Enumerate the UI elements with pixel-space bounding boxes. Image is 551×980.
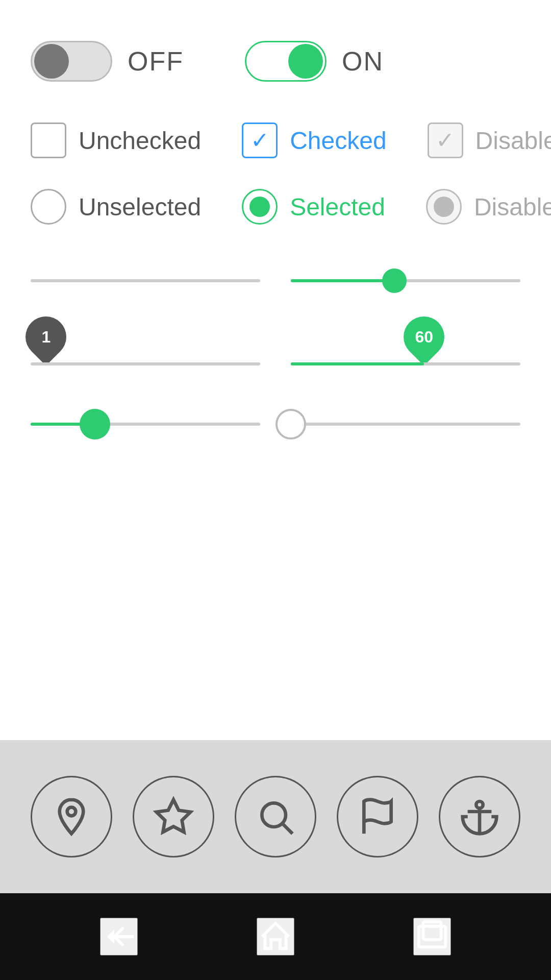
plain-slider-1-track[interactable] <box>31 279 260 282</box>
radio-selected-dot <box>249 197 270 217</box>
search-icon <box>255 796 296 837</box>
checkmark-disabled-icon: ✓ <box>436 129 455 152</box>
nav-anchor-button[interactable] <box>439 776 520 857</box>
nav-flag-button[interactable] <box>337 776 418 857</box>
toggle-off-switch[interactable] <box>31 41 112 82</box>
main-content: OFF ON Unchecked ✓ Checked ✓ Disabled <box>0 0 551 806</box>
recents-icon <box>414 919 450 954</box>
radio-selected-label: Selected <box>290 193 385 221</box>
badge-slider-2-value: 60 <box>415 328 433 347</box>
system-nav <box>0 893 551 980</box>
toggle-off-item: OFF <box>31 41 184 82</box>
svg-point-2 <box>262 803 286 827</box>
radio-disabled-item: Disabled <box>426 189 551 225</box>
checkbox-row: Unchecked ✓ Checked ✓ Disabled <box>31 122 520 158</box>
badge-slider-1-value: 1 <box>41 328 51 347</box>
checkbox-checked-label: Checked <box>290 127 386 155</box>
radio-unselected-item: Unselected <box>31 189 201 225</box>
star-icon <box>153 796 194 837</box>
simple-slider-1-thumb[interactable] <box>80 409 110 439</box>
location-icon <box>51 796 92 837</box>
badge-slider-1-track[interactable] <box>31 362 260 365</box>
checkbox-disabled: ✓ <box>428 122 463 158</box>
system-back-button[interactable] <box>100 918 138 955</box>
badge-slider-1-badge: 1 <box>17 308 74 365</box>
radio-unselected-label: Unselected <box>79 193 201 221</box>
checkbox-disabled-item: ✓ Disabled <box>428 122 551 158</box>
plain-slider-1-container <box>31 265 260 296</box>
checkmark-icon: ✓ <box>251 129 269 152</box>
system-home-button[interactable] <box>257 918 294 955</box>
plain-slider-row <box>31 265 520 296</box>
radio-row: Unselected Selected Disabled <box>31 189 520 225</box>
toggle-row: OFF ON <box>31 41 520 82</box>
system-recents-button[interactable] <box>413 918 451 955</box>
badge-slider-1-container: 1 <box>31 316 260 365</box>
flag-icon <box>357 796 398 837</box>
svg-rect-9 <box>423 922 441 940</box>
nav-search-button[interactable] <box>235 776 316 857</box>
home-icon <box>258 919 293 954</box>
back-icon <box>101 919 137 954</box>
simple-slider-2-track[interactable] <box>291 423 520 426</box>
svg-point-0 <box>67 807 76 816</box>
checkbox-disabled-label: Disabled <box>475 127 551 155</box>
badge-slider-2-badge: 60 <box>395 308 453 365</box>
badge-slider-2-track[interactable] <box>291 362 520 365</box>
radio-unselected[interactable] <box>31 189 66 225</box>
anchor-icon <box>459 796 500 837</box>
nav-star-button[interactable] <box>133 776 214 857</box>
radio-disabled-label: Disabled <box>474 193 551 221</box>
badge-slider-2-container: 60 <box>291 316 520 365</box>
simple-slider-row <box>31 406 520 442</box>
toggle-on-switch[interactable] <box>245 41 327 82</box>
toggle-on-knob <box>288 44 323 79</box>
radio-selected[interactable] <box>242 189 278 225</box>
radio-disabled <box>426 189 462 225</box>
toggle-off-label: OFF <box>128 46 184 77</box>
checkbox-checked[interactable]: ✓ <box>242 122 278 158</box>
checkbox-checked-item: ✓ Checked <box>242 122 386 158</box>
svg-point-5 <box>476 801 483 808</box>
checkbox-unchecked-item: Unchecked <box>31 122 201 158</box>
radio-disabled-dot <box>434 197 454 217</box>
toggle-on-item: ON <box>245 41 384 82</box>
toggle-off-knob <box>34 44 69 79</box>
label-slider-section: 1 60 <box>31 316 520 365</box>
checkbox-unchecked[interactable] <box>31 122 66 158</box>
simple-slider-1-container <box>31 406 260 442</box>
checkbox-unchecked-label: Unchecked <box>79 127 201 155</box>
plain-slider-2-container <box>291 265 520 296</box>
badge-slider-2-fill <box>291 362 424 365</box>
simple-slider-2-container <box>291 406 520 442</box>
plain-slider-2-fill <box>291 279 394 282</box>
radio-selected-item: Selected <box>242 189 385 225</box>
svg-line-3 <box>283 824 292 834</box>
plain-slider-2-thumb[interactable] <box>382 268 407 293</box>
toggle-on-label: ON <box>342 46 384 77</box>
simple-slider-1-track[interactable] <box>31 423 260 426</box>
bottom-nav <box>0 740 551 893</box>
svg-marker-1 <box>157 800 191 832</box>
plain-slider-2-track[interactable] <box>291 279 520 282</box>
simple-slider-2-thumb[interactable] <box>276 409 306 439</box>
nav-location-button[interactable] <box>31 776 112 857</box>
